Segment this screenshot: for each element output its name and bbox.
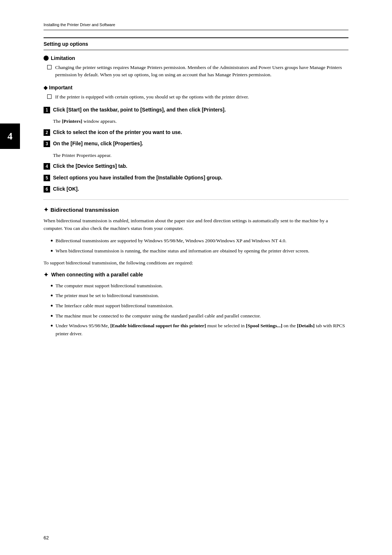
important-block: ◆ Important If the printer is equipped w… — [44, 85, 348, 101]
step-2-number: 2 — [44, 129, 50, 136]
steps-container: 1 Click [Start] on the taskbar, point to… — [44, 106, 348, 193]
bidi-bullet-1-text: Bidirectional transmissions are supporte… — [56, 237, 286, 245]
parallel-bullet-5: Under Windows 95/98/Me, [Enable bidirect… — [51, 322, 348, 337]
step-4-number: 4 — [44, 163, 50, 170]
parallel-bullet-dot-1 — [51, 285, 53, 287]
parallel-bullet-dot-3 — [51, 305, 53, 307]
breadcrumb: Installing the Printer Driver and Softwa… — [44, 23, 115, 27]
parallel-bullet-4: The machine must be connected to the com… — [51, 312, 348, 320]
limitation-title: Limitation — [44, 55, 348, 61]
important-title: ◆ Important — [44, 85, 348, 90]
bidirectional-section: ✦ Bidirectional transmission When bidire… — [44, 206, 348, 338]
bidi-body1: When bidirectional transmission is enabl… — [44, 217, 348, 232]
parallel-bullet-1-text: The computer must support bidirectional … — [56, 282, 163, 290]
limitation-icon — [44, 56, 49, 61]
bullet-dot-1 — [51, 240, 53, 242]
parallel-bullet-2: The printer must be set to bidirectional… — [51, 292, 348, 300]
bidi-heading-text: Bidirectional transmission — [50, 207, 119, 213]
step-3: 3 On the [File] menu, click [Properties]… — [44, 140, 348, 147]
bullet-dot-2 — [51, 250, 53, 252]
step-1-sub: The [Printers] window appears. — [53, 118, 348, 125]
step-2: 2 Click to select the icon of the printe… — [44, 129, 348, 136]
step-1: 1 Click [Start] on the taskbar, point to… — [44, 106, 348, 114]
step-1-text: Click [Start] on the taskbar, point to [… — [53, 106, 226, 114]
step-3-text: On the [File] menu, click [Properties]. — [53, 140, 143, 147]
step-5: 5 Select options you have installed from… — [44, 174, 348, 182]
limitation-item: Changing the printer settings requires M… — [47, 64, 348, 79]
bidi-icon: ✦ — [44, 206, 48, 213]
parallel-heading: ✦ When connecting with a parallel cable — [44, 271, 348, 278]
step-3-number: 3 — [44, 141, 50, 147]
important-text: If the printer is equipped with certain … — [55, 93, 249, 101]
limitation-block: Limitation Changing the printer settings… — [44, 55, 348, 79]
bidi-bullet-1: Bidirectional transmissions are supporte… — [51, 237, 348, 245]
chapter-number: 4 — [8, 130, 13, 142]
page-header: Installing the Printer Driver and Softwa… — [44, 22, 348, 30]
page: 4 Installing the Printer Driver and Soft… — [0, 0, 392, 555]
bidi-bullets: Bidirectional transmissions are supporte… — [51, 237, 348, 255]
parallel-bullet-2-text: The printer must be set to bidirectional… — [56, 292, 159, 300]
step-6-text: Click [OK]. — [53, 186, 79, 193]
parallel-bullet-dot-4 — [51, 315, 53, 317]
bidi-heading: ✦ Bidirectional transmission — [44, 206, 348, 213]
important-icon: ◆ — [44, 85, 48, 90]
step-5-text: Select options you have installed from t… — [53, 174, 222, 182]
bidi-bullet-2-text: When bidirectional transmission is runni… — [56, 247, 309, 255]
checkbox-icon — [47, 65, 52, 69]
chapter-tab: 4 — [0, 123, 20, 149]
limitation-heading: Limitation — [51, 55, 75, 61]
parallel-bullet-4-text: The machine must be connected to the com… — [56, 312, 261, 320]
parallel-heading-text: When connecting with a parallel cable — [51, 272, 143, 278]
parallel-bullet-3-text: The Interface cable must support bidirec… — [56, 302, 173, 310]
parallel-bullets: The computer must support bidirectional … — [51, 282, 348, 338]
important-item: If the printer is equipped with certain … — [47, 93, 348, 101]
step-3-sub: The Printer Properties appear. — [53, 152, 348, 159]
step-4: 4 Click the [Device Settings] tab. — [44, 163, 348, 170]
parallel-bullet-1: The computer must support bidirectional … — [51, 282, 348, 290]
important-heading: Important — [49, 85, 73, 90]
step-4-text: Click the [Device Settings] tab. — [53, 163, 127, 170]
diamond-icon: ✦ — [44, 271, 48, 278]
parallel-bullet-5-text: Under Windows 95/98/Me, [Enable bidirect… — [56, 322, 348, 337]
bidi-bullet-2: When bidirectional transmission is runni… — [51, 247, 348, 255]
step-1-number: 1 — [44, 107, 50, 113]
step-6: 6 Click [OK]. — [44, 186, 348, 193]
step-5-number: 5 — [44, 175, 50, 181]
limitation-text: Changing the printer settings requires M… — [55, 64, 348, 79]
dotted-separator — [44, 199, 348, 200]
important-checkbox-icon — [47, 94, 52, 99]
step-2-text: Click to select the icon of the printer … — [53, 129, 182, 136]
parallel-bullet-dot-5 — [51, 325, 53, 327]
bidi-body2: To support bidirectional transmission, t… — [44, 259, 348, 267]
step-6-number: 6 — [44, 186, 50, 193]
parallel-bullet-dot-2 — [51, 295, 53, 296]
page-number: 62 — [44, 535, 49, 540]
section-heading: Setting up options — [44, 38, 348, 50]
parallel-bullet-3: The Interface cable must support bidirec… — [51, 302, 348, 310]
